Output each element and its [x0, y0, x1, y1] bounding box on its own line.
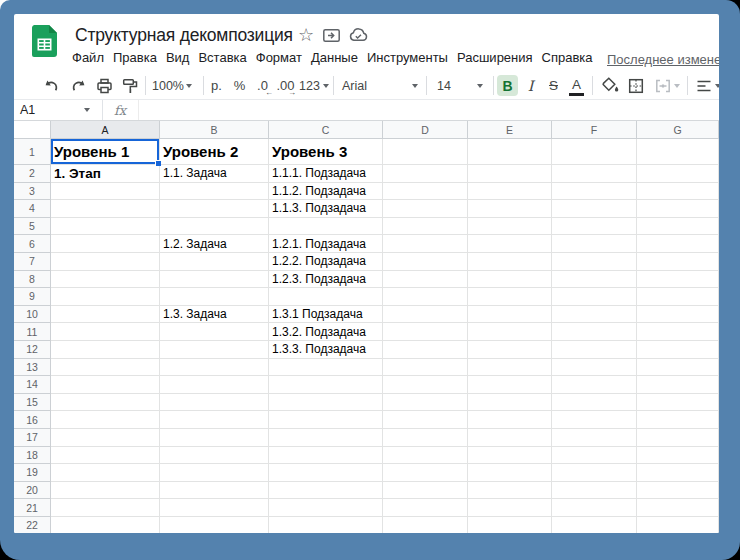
cell-A9[interactable] — [51, 288, 160, 306]
row-header-13[interactable]: 13 — [14, 359, 51, 377]
percent-format-button[interactable]: % — [228, 74, 251, 98]
column-header-E[interactable]: E — [468, 121, 552, 139]
cell-C2[interactable]: 1.1.1. Подзадача — [269, 165, 383, 183]
cell-C10[interactable]: 1.3.1 Подзадача — [269, 306, 383, 324]
cell-C14[interactable] — [269, 376, 383, 394]
print-button[interactable] — [91, 74, 117, 98]
row-header-12[interactable]: 12 — [14, 341, 51, 359]
cell-F1[interactable] — [552, 139, 637, 165]
cell-A13[interactable] — [51, 359, 160, 377]
cell-G10[interactable] — [637, 306, 719, 324]
cell-E15[interactable] — [468, 394, 552, 412]
row-header-9[interactable]: 9 — [14, 288, 51, 306]
cell-A2[interactable]: 1. Этап — [51, 165, 160, 183]
cell-B8[interactable] — [160, 271, 269, 289]
cell-C4[interactable]: 1.1.3. Подзадача — [269, 200, 383, 218]
cell-F4[interactable] — [552, 200, 637, 218]
row-header-3[interactable]: 3 — [14, 183, 51, 201]
cell-A14[interactable] — [51, 376, 160, 394]
cell-C19[interactable] — [269, 464, 383, 482]
cell-D3[interactable] — [383, 183, 468, 201]
cell-G19[interactable] — [637, 464, 719, 482]
cell-A16[interactable] — [51, 411, 160, 429]
row-header-17[interactable]: 17 — [14, 429, 51, 447]
currency-format-button[interactable]: p. — [205, 74, 228, 98]
cell-G3[interactable] — [637, 183, 719, 201]
menu-item-data[interactable]: Данные — [311, 50, 358, 65]
row-header-4[interactable]: 4 — [14, 200, 51, 218]
cell-F15[interactable] — [552, 394, 637, 412]
cell-A11[interactable] — [51, 323, 160, 341]
cell-E14[interactable] — [468, 376, 552, 394]
cell-D17[interactable] — [383, 429, 468, 447]
cell-F7[interactable] — [552, 253, 637, 271]
cell-D16[interactable] — [383, 411, 468, 429]
row-header-15[interactable]: 15 — [14, 394, 51, 412]
column-header-C[interactable]: C — [269, 121, 383, 139]
cell-D5[interactable] — [383, 218, 468, 236]
cell-D22[interactable] — [383, 517, 468, 533]
borders-button[interactable] — [623, 74, 649, 98]
cloud-saved-icon[interactable] — [349, 28, 368, 42]
cell-E19[interactable] — [468, 464, 552, 482]
cell-E9[interactable] — [468, 288, 552, 306]
cell-E18[interactable] — [468, 447, 552, 465]
document-title[interactable]: Структурная декомпозиция — [75, 25, 293, 46]
cell-C6[interactable]: 1.2.1. Подзадача — [269, 235, 383, 253]
cell-F21[interactable] — [552, 499, 637, 517]
column-header-G[interactable]: G — [637, 121, 719, 139]
cell-G2[interactable] — [637, 165, 719, 183]
cell-C7[interactable]: 1.2.2. Подзадача — [269, 253, 383, 271]
cell-D18[interactable] — [383, 447, 468, 465]
cell-C9[interactable] — [269, 288, 383, 306]
cell-F11[interactable] — [552, 323, 637, 341]
cell-D9[interactable] — [383, 288, 468, 306]
cell-G11[interactable] — [637, 323, 719, 341]
cell-E7[interactable] — [468, 253, 552, 271]
cell-B12[interactable] — [160, 341, 269, 359]
cell-B6[interactable]: 1.2. Задача — [160, 235, 269, 253]
cell-C16[interactable] — [269, 411, 383, 429]
cell-C22[interactable] — [269, 517, 383, 533]
fill-color-button[interactable] — [597, 74, 623, 98]
cell-D14[interactable] — [383, 376, 468, 394]
cell-F18[interactable] — [552, 447, 637, 465]
cell-A4[interactable] — [51, 200, 160, 218]
cell-B4[interactable] — [160, 200, 269, 218]
cell-G5[interactable] — [637, 218, 719, 236]
italic-button[interactable]: I — [519, 74, 542, 98]
cell-A21[interactable] — [51, 499, 160, 517]
name-box[interactable]: A1 — [14, 103, 84, 117]
menu-item-format[interactable]: Формат — [256, 50, 302, 65]
cell-B7[interactable] — [160, 253, 269, 271]
cell-E21[interactable] — [468, 499, 552, 517]
cell-B17[interactable] — [160, 429, 269, 447]
cell-B3[interactable] — [160, 183, 269, 201]
cell-A15[interactable] — [51, 394, 160, 412]
row-header-6[interactable]: 6 — [14, 235, 51, 253]
row-header-19[interactable]: 19 — [14, 464, 51, 482]
cell-A12[interactable] — [51, 341, 160, 359]
cell-G22[interactable] — [637, 517, 719, 533]
zoom-select[interactable]: 100% — [148, 74, 196, 98]
row-header-8[interactable]: 8 — [14, 271, 51, 289]
cell-D2[interactable] — [383, 165, 468, 183]
cell-A8[interactable] — [51, 271, 160, 289]
cell-C21[interactable] — [269, 499, 383, 517]
cell-E16[interactable] — [468, 411, 552, 429]
cell-E13[interactable] — [468, 359, 552, 377]
cell-D7[interactable] — [383, 253, 468, 271]
bold-button[interactable]: B — [497, 75, 518, 96]
row-header-18[interactable]: 18 — [14, 447, 51, 465]
cell-F16[interactable] — [552, 411, 637, 429]
cell-F10[interactable] — [552, 306, 637, 324]
increase-decimal-button[interactable]: .00→ — [274, 74, 297, 98]
cell-G13[interactable] — [637, 359, 719, 377]
cell-E10[interactable] — [468, 306, 552, 324]
cell-B2[interactable]: 1.1. Задача — [160, 165, 269, 183]
row-header-14[interactable]: 14 — [14, 376, 51, 394]
cell-D13[interactable] — [383, 359, 468, 377]
column-header-D[interactable]: D — [383, 121, 468, 139]
cell-F6[interactable] — [552, 235, 637, 253]
cell-D4[interactable] — [383, 200, 468, 218]
